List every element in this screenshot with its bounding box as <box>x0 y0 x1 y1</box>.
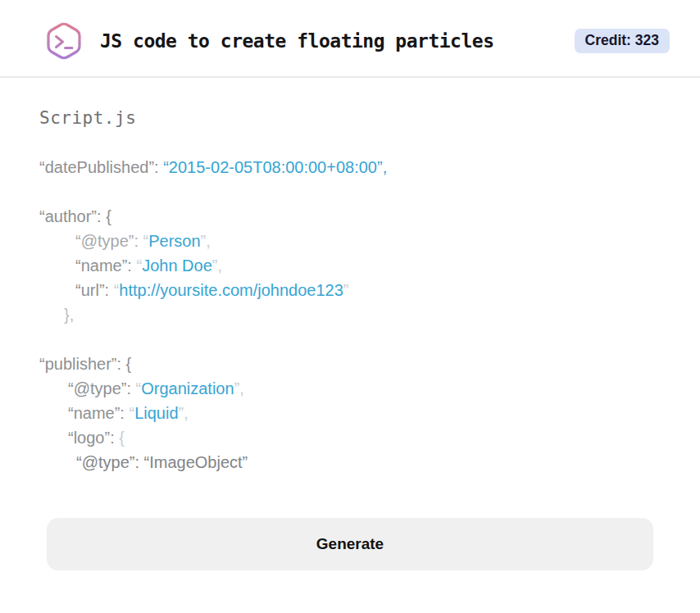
code-token: “datePublished”: <box>39 158 163 176</box>
code-token: ”, <box>212 257 222 275</box>
page-title: JS code to create floating particles <box>100 30 494 52</box>
code-line: “author”: { <box>39 204 661 229</box>
code-line: “name”: “John Doe”, <box>39 253 661 278</box>
code-line: “@type”: “ImageObject” <box>39 450 661 475</box>
code-token: Organization <box>141 379 234 397</box>
code-blank-line <box>39 327 661 352</box>
code-token: “logo”: <box>68 429 119 447</box>
code-token: “name”: <box>68 404 129 422</box>
code-token: ”, <box>201 232 211 250</box>
generate-button[interactable]: Generate <box>47 518 653 570</box>
code-line: “publisher”: { <box>39 352 661 376</box>
main-content: Script.js “datePublished”: “2015-02-05T0… <box>0 78 700 570</box>
code-block: “datePublished”: “2015-02-05T08:00:00+08… <box>39 155 661 475</box>
credit-badge: Credit: 323 <box>575 29 670 53</box>
code-token: http://yoursite.com/johndoe123 <box>119 281 343 299</box>
code-line: “@type”: “Person”, <box>39 229 661 253</box>
terminal-prompt-hexagon-icon <box>43 20 85 62</box>
script-filename: Script.js <box>39 108 661 128</box>
code-token: “author”: { <box>39 207 111 225</box>
code-token: “2015-02-05T08:00:00+08:00”, <box>163 158 387 176</box>
code-token: Person <box>148 232 200 250</box>
code-line: “datePublished”: “2015-02-05T08:00:00+08… <box>39 155 661 179</box>
code-token: }, <box>64 306 74 324</box>
code-blank-line <box>39 179 661 204</box>
code-token: { <box>119 429 125 447</box>
code-line: “logo”: { <box>39 425 661 450</box>
code-line: }, <box>39 302 661 327</box>
code-token: “name”: <box>75 257 136 275</box>
button-row: Generate <box>39 475 661 570</box>
code-token: “@type”: “ImageObject” <box>76 453 248 471</box>
code-token: ”, <box>179 404 189 422</box>
code-line: “name”: “Liquid”, <box>39 401 661 425</box>
code-token: “@type”: <box>75 232 143 250</box>
code-token: ”, <box>234 379 244 397</box>
code-line: “@type”: “Organization”, <box>39 376 661 401</box>
code-token: Liquid <box>134 404 178 422</box>
code-token: “publisher”: { <box>39 355 131 373</box>
code-token: “url”: <box>75 281 114 299</box>
header: JS code to create floating particles Cre… <box>0 0 700 78</box>
code-line: “url”: “http://yoursite.com/johndoe123” <box>39 278 661 302</box>
code-token: “@type”: <box>68 379 136 397</box>
code-token: ” <box>343 281 349 299</box>
code-token: John Doe <box>142 257 212 275</box>
